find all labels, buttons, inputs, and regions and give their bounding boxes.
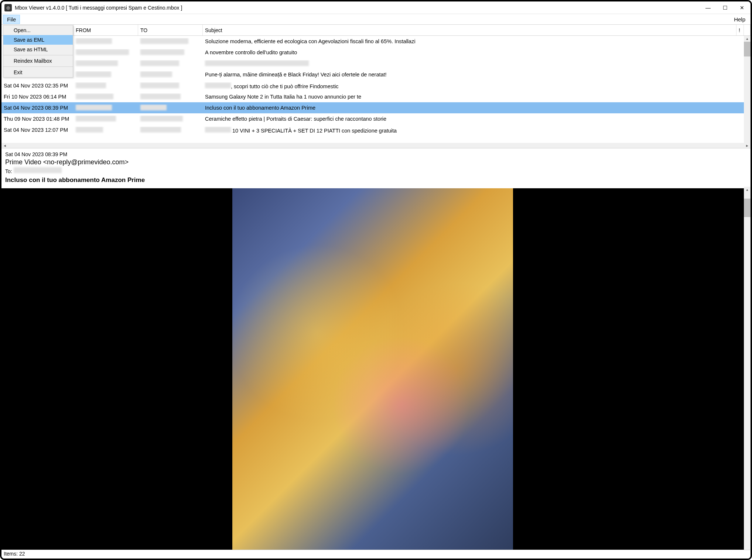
header-to[interactable]: TO: [138, 25, 203, 35]
cell-date: Thu 09 Nov 2023 01:48 PM: [1, 116, 74, 122]
preview-date: Sat 04 Nov 2023 08:39 PM: [5, 151, 747, 157]
table-row[interactable]: Thu 09 Nov 2023 01:48 PMCeramiche effett…: [1, 113, 751, 124]
redacted-to: [14, 167, 62, 173]
redacted: [76, 49, 129, 55]
cell-subject: Ceramiche effetto pietra | Portraits di …: [203, 116, 751, 122]
redacted: [76, 60, 118, 66]
redacted: [76, 38, 112, 44]
file-dropdown: Open... Save as EML Save as HTML Reindex…: [3, 25, 73, 78]
cell-to: [138, 60, 203, 67]
cell-subject: 10 VINI + 3 SPECIALITÀ + SET DI 12 PIATT…: [203, 127, 751, 134]
cell-to: [138, 71, 203, 78]
redacted: [76, 116, 116, 121]
header-subject[interactable]: Subject: [203, 25, 736, 35]
redacted: [140, 38, 188, 44]
table-row[interactable]: Wed 08 Nov 2023 12:07 AM: [1, 58, 751, 69]
menu-exit[interactable]: Exit: [3, 68, 73, 77]
menu-separator: [3, 55, 73, 55]
cell-from: [74, 60, 138, 67]
preview-vscrollbar[interactable]: ▲: [744, 187, 751, 550]
cell-from: [74, 71, 138, 78]
preview-from: Prime Video <no-reply@primevideo.com>: [5, 158, 747, 166]
window-title: Mbox Viewer v1.4.0.0 [ Tutti i messaggi …: [15, 5, 700, 11]
scroll-thumb[interactable]: [744, 42, 751, 56]
table-row[interactable]: Sat 04 Nov 2023 02:35 PM, scopri tutto c…: [1, 80, 751, 91]
redacted: [140, 127, 181, 133]
redacted: [140, 82, 179, 88]
minimize-button[interactable]: —: [700, 1, 717, 14]
cell-to: [138, 38, 203, 45]
header-scroll-gap: [744, 25, 751, 35]
cell-from: [74, 38, 138, 45]
cell-from: [74, 49, 138, 56]
scroll-up-icon[interactable]: ▲: [744, 187, 751, 193]
cell-to: [138, 127, 203, 134]
redacted: [140, 104, 167, 110]
table-row[interactable]: Fri 10 Nov 2023 11:14 AMA novembre contr…: [1, 47, 751, 58]
titlebar: ◎ Mbox Viewer v1.4.0.0 [ Tutti i messagg…: [1, 1, 751, 14]
app-icon: ◎: [4, 4, 12, 11]
preview-subject: Incluso con il tuo abbonamento Amazon Pr…: [5, 176, 747, 184]
cell-subject: Pune-ți alarma, mâine dimineață e Black …: [203, 72, 751, 78]
menu-open[interactable]: Open...: [3, 25, 73, 35]
cell-subject: Samsung Galaxy Note 2 in Tutta Italia ha…: [203, 94, 751, 100]
status-items: Items: 22: [4, 551, 25, 557]
menu-save-eml[interactable]: Save as EML: [3, 35, 73, 45]
cell-to: [138, 104, 203, 111]
redacted: [76, 127, 103, 133]
cell-subject: Soluzione moderna, efficiente ed ecologi…: [203, 38, 751, 44]
list-hscrollbar[interactable]: ◄ ►: [1, 143, 751, 148]
redacted: [76, 71, 111, 77]
redacted: [76, 93, 113, 99]
table-row[interactable]: Soluzione moderna, efficiente ed ecologi…: [1, 36, 751, 47]
header-flag[interactable]: !: [736, 25, 744, 35]
menu-save-html[interactable]: Save as HTML: [3, 45, 73, 54]
redacted: [76, 82, 106, 88]
cell-from: [74, 127, 138, 134]
preview-body: [1, 188, 744, 550]
cell-date: Fri 10 Nov 2023 06:14 PM: [1, 94, 74, 100]
cell-from: [74, 116, 138, 123]
scroll-up-icon[interactable]: ▲: [744, 36, 751, 42]
message-list: FROM TO Subject ! Soluzione moderna, eff…: [1, 24, 751, 148]
table-row[interactable]: Sat 04 Nov 2023 08:39 PMIncluso con il t…: [1, 102, 751, 113]
cell-subject: A novembre controllo dell'udito gratuito: [203, 49, 751, 55]
cell-subject: [203, 60, 751, 67]
cell-subject: Incluso con il tuo abbonamento Amazon Pr…: [203, 105, 751, 111]
table-row[interactable]: Sat 04 Nov 2023 12:07 PM 10 VINI + 3 SPE…: [1, 124, 751, 135]
preview-to: To:: [5, 167, 747, 174]
preview-pane: Sat 04 Nov 2023 08:39 PM Prime Video <no…: [1, 148, 751, 550]
menu-reindex[interactable]: Reindex Mailbox: [3, 56, 73, 66]
close-button[interactable]: ✕: [734, 1, 751, 14]
cell-from: [74, 93, 138, 100]
list-header: FROM TO Subject !: [1, 25, 751, 36]
cell-to: [138, 93, 203, 100]
redacted: [140, 71, 172, 77]
redacted: [140, 93, 181, 99]
menu-file[interactable]: File: [3, 15, 20, 24]
table-row[interactable]: Thu 09 Nov 2023 11:49 PMPune-ți alarma, …: [1, 69, 751, 80]
cell-from: [74, 104, 138, 111]
redacted: [140, 116, 183, 121]
scroll-right-icon[interactable]: ►: [745, 144, 749, 148]
cell-date: Sat 04 Nov 2023 08:39 PM: [1, 105, 74, 111]
email-hero-image: [232, 188, 513, 550]
cell-date: Sat 04 Nov 2023 12:07 PM: [1, 127, 74, 133]
redacted: [140, 49, 184, 55]
menu-separator: [3, 66, 73, 67]
statusbar: Items: 22: [1, 550, 751, 559]
cell-from: [74, 82, 138, 89]
cell-to: [138, 82, 203, 89]
redacted: [140, 60, 179, 66]
list-vscrollbar[interactable]: ▲: [744, 36, 751, 143]
maximize-button[interactable]: ☐: [717, 1, 734, 14]
scroll-left-icon[interactable]: ◄: [3, 144, 7, 148]
scroll-thumb[interactable]: [744, 199, 751, 217]
menubar: File Open... Save as EML Save as HTML Re…: [1, 14, 751, 24]
table-row[interactable]: Fri 10 Nov 2023 06:14 PMSamsung Galaxy N…: [1, 91, 751, 102]
cell-date: Sat 04 Nov 2023 02:35 PM: [1, 83, 74, 89]
header-from[interactable]: FROM: [74, 25, 138, 35]
menu-help[interactable]: Help: [730, 15, 749, 24]
cell-to: [138, 49, 203, 56]
cell-subject: , scopri tutto ciò che ti può offrire Fi…: [203, 82, 751, 89]
